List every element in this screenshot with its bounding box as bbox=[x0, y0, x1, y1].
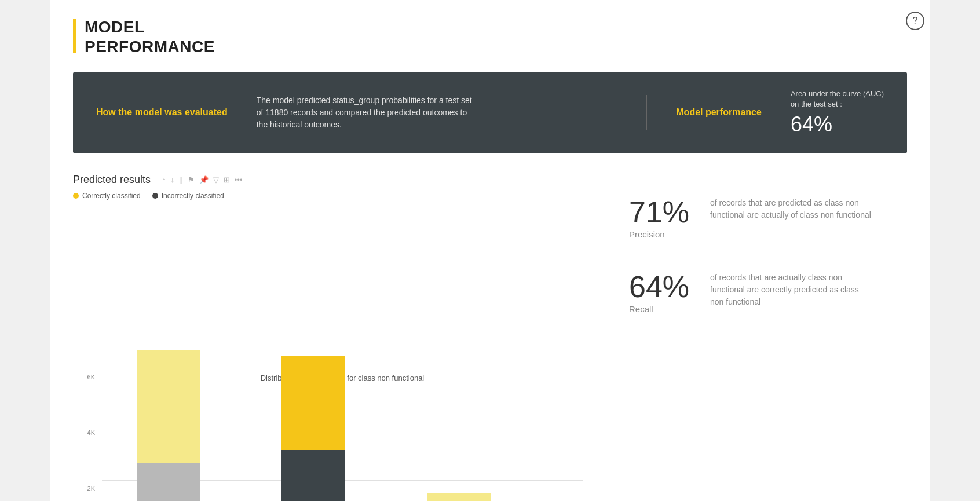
banner-auc-value: 64% bbox=[791, 112, 884, 137]
pin-icon[interactable]: 📌 bbox=[199, 175, 209, 184]
precision-number-col: 71% Precision bbox=[629, 197, 699, 243]
bars-area: functional non functionalActual class bbox=[102, 350, 583, 501]
chart-section: Predicted results ↑ ↓ || ⚑ 📌 ▽ ⊞ ••• Cor… bbox=[73, 174, 583, 501]
more-icon[interactable]: ••• bbox=[235, 175, 243, 184]
precision-row: 71% Precision of records that are predic… bbox=[629, 197, 907, 243]
banner-performance-label: Model performance bbox=[676, 107, 762, 118]
banner-evaluation-section: How the model was evaluated The model pr… bbox=[96, 94, 617, 131]
recall-description: of records that are actually class non f… bbox=[710, 272, 872, 308]
bar-functional-correct bbox=[137, 350, 200, 463]
recall-row: 64% Recall of records that are actually … bbox=[629, 272, 907, 317]
precision-description: of records that are predicted as class n… bbox=[710, 197, 872, 221]
stats-section: ? 71% Precision of records that are pred… bbox=[606, 174, 907, 501]
filter-icon[interactable]: ▽ bbox=[213, 175, 219, 184]
bar-repair-correct bbox=[427, 493, 491, 501]
chart-legend: Correctly classified Incorrectly classif… bbox=[73, 192, 583, 200]
banner-auc: Area under the curve (AUC)on the test se… bbox=[791, 89, 884, 136]
bar-functional-incorrect bbox=[137, 463, 200, 501]
columns-icon[interactable]: || bbox=[179, 175, 183, 184]
bar-repair-stack bbox=[427, 493, 491, 501]
legend-correct-label: Correctly classified bbox=[82, 192, 141, 200]
y-axis: 0K 2K 4K 6K bbox=[73, 374, 100, 501]
recall-block: 64% Recall of records that are actually … bbox=[629, 272, 907, 317]
legend-incorrectly-classified: Incorrectly classified bbox=[152, 192, 224, 200]
help-button[interactable]: ? bbox=[906, 12, 924, 30]
bar-chart-wrapper: 0K 2K 4K 6K bbox=[73, 374, 583, 501]
flag-icon[interactable]: ⚑ bbox=[188, 175, 195, 184]
y-label-2k: 2K bbox=[73, 485, 100, 492]
recall-label: Recall bbox=[629, 304, 699, 314]
bar-repair: functional needs repair bbox=[426, 493, 491, 501]
bar-functional-stack bbox=[137, 350, 200, 501]
expand-icon[interactable]: ⊞ bbox=[224, 175, 230, 184]
precision-label: Precision bbox=[629, 229, 699, 239]
page-container: MODEL PERFORMANCE How the model was eval… bbox=[50, 0, 930, 501]
bar-non-functional-incorrect bbox=[281, 450, 345, 501]
legend-incorrect-dot bbox=[152, 193, 158, 199]
recall-value: 64% bbox=[629, 272, 699, 302]
y-label-6k: 6K bbox=[73, 374, 100, 381]
legend-incorrect-label: Incorrectly classified bbox=[162, 192, 224, 200]
banner-auc-title: Area under the curve (AUC)on the test se… bbox=[791, 89, 884, 109]
legend-correct-dot bbox=[73, 193, 79, 199]
info-banner: How the model was evaluated The model pr… bbox=[73, 72, 907, 152]
page-header: MODEL PERFORMANCE bbox=[73, 17, 907, 56]
bar-functional: functional bbox=[137, 350, 200, 501]
page-title: MODEL PERFORMANCE bbox=[85, 17, 215, 56]
sort-desc-icon[interactable]: ↓ bbox=[171, 175, 175, 184]
precision-block: 71% Precision of records that are predic… bbox=[629, 197, 907, 243]
precision-value: 71% bbox=[629, 197, 699, 227]
chart-header: Predicted results ↑ ↓ || ⚑ 📌 ▽ ⊞ ••• bbox=[73, 174, 583, 186]
legend-correctly-classified: Correctly classified bbox=[73, 192, 141, 200]
sort-asc-icon[interactable]: ↑ bbox=[162, 175, 166, 184]
banner-divider bbox=[646, 95, 647, 130]
bar-non-functional-correct bbox=[281, 356, 345, 450]
banner-description: The model predicted status_group probabi… bbox=[257, 94, 477, 131]
header-accent-bar bbox=[73, 19, 76, 53]
chart-title: Predicted results bbox=[73, 174, 151, 186]
banner-performance-section: Model performance Area under the curve (… bbox=[676, 89, 884, 136]
chart-inner: functional non functionalActual class bbox=[102, 374, 583, 501]
recall-number-col: 64% Recall bbox=[629, 272, 699, 317]
banner-how-label: How the model was evaluated bbox=[96, 107, 228, 118]
main-content: Predicted results ↑ ↓ || ⚑ 📌 ▽ ⊞ ••• Cor… bbox=[73, 174, 907, 501]
bar-non-functional: non functionalActual class bbox=[281, 356, 345, 501]
bar-non-functional-stack bbox=[281, 356, 345, 501]
y-label-4k: 4K bbox=[73, 429, 100, 436]
chart-toolbar: ↑ ↓ || ⚑ 📌 ▽ ⊞ ••• bbox=[162, 175, 242, 184]
